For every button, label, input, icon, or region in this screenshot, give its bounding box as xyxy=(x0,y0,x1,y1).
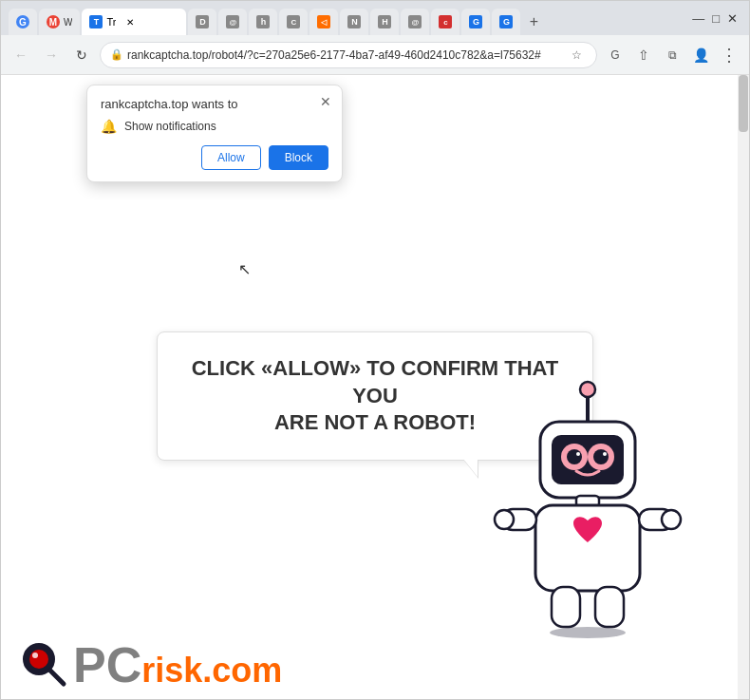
tab-gb1[interactable]: G xyxy=(461,9,490,35)
pc-text: PC xyxy=(73,640,141,690)
page-content: ✕ rankcaptcha.top wants to 🔔 Show notifi… xyxy=(1,75,749,699)
svg-point-8 xyxy=(576,452,580,456)
refresh-button[interactable]: ↻ xyxy=(69,43,94,67)
favicon-h: h xyxy=(256,15,270,28)
maximize-button[interactable]: □ xyxy=(712,11,720,26)
popup-notification-row: 🔔 Show notifications xyxy=(101,119,328,134)
favicon-gb2: G xyxy=(499,15,513,28)
tab-at[interactable]: @ xyxy=(218,9,247,35)
svg-point-15 xyxy=(662,510,681,529)
tab-mw[interactable]: M W xyxy=(39,9,80,35)
window-controls: — □ ✕ xyxy=(681,1,749,35)
svg-point-6 xyxy=(567,449,582,464)
new-tab-button[interactable]: + xyxy=(522,10,545,33)
url-bar[interactable]: 🔒 rankcaptcha.top/robot4/?c=270a25e6-217… xyxy=(100,42,597,68)
bookmark-icon[interactable]: ☆ xyxy=(566,45,587,66)
block-button[interactable]: Block xyxy=(269,145,328,170)
tab-h[interactable]: h xyxy=(249,9,277,35)
lock-icon: 🔒 xyxy=(110,48,123,61)
browser-window: G M W T Tr ✕ D @ h C ◁ xyxy=(0,0,750,700)
close-button[interactable]: ✕ xyxy=(727,11,738,26)
favicon-tri: ◁ xyxy=(317,15,330,28)
tab-d[interactable]: D xyxy=(188,9,216,35)
svg-point-7 xyxy=(593,449,609,464)
address-bar: ← → ↻ 🔒 rankcaptcha.top/robot4/?c=270a25… xyxy=(1,35,749,75)
svg-rect-11 xyxy=(535,505,640,591)
favicon-gb1: G xyxy=(469,15,482,28)
favicon-m: M xyxy=(47,15,60,28)
svg-point-20 xyxy=(29,650,48,669)
menu-icon[interactable]: ⋮ xyxy=(717,43,741,67)
svg-line-22 xyxy=(50,671,64,684)
scrollbar[interactable] xyxy=(738,75,749,699)
main-text-line2: ARE NOT A ROBOT! xyxy=(274,410,476,434)
browser-actions: G ⇧ ⧉ 👤 ⋮ xyxy=(603,43,741,67)
notification-popup: ✕ rankcaptcha.top wants to 🔔 Show notifi… xyxy=(86,85,343,182)
favicon-active: T xyxy=(89,15,103,28)
svg-point-9 xyxy=(603,452,607,456)
popup-notification-text: Show notifications xyxy=(124,120,216,133)
favicon-at2: @ xyxy=(408,15,422,28)
tab-n[interactable]: N xyxy=(340,9,368,35)
favicon-at: @ xyxy=(226,15,239,28)
chrome-top-bar: G M W T Tr ✕ D @ h C ◁ xyxy=(1,1,749,35)
svg-rect-17 xyxy=(595,587,624,627)
scrollbar-thumb[interactable] xyxy=(739,75,748,132)
tab-gb2[interactable]: G xyxy=(492,9,520,35)
profile-icon[interactable]: 👤 xyxy=(688,43,713,67)
url-text: rankcaptcha.top/robot4/?c=270a25e6-2177-… xyxy=(127,48,562,62)
tab-at2[interactable]: @ xyxy=(401,9,429,35)
robot-illustration xyxy=(483,376,692,642)
risk-text: risk.com xyxy=(141,653,282,688)
tab-h3[interactable]: H xyxy=(370,9,399,35)
forward-button[interactable]: → xyxy=(39,43,64,67)
tab-active-label: Tr xyxy=(106,16,116,28)
extension-google-icon[interactable]: G xyxy=(603,43,628,67)
tab-c[interactable]: C xyxy=(279,9,308,35)
pcrisk-icon xyxy=(20,640,69,690)
favicon-g: G xyxy=(16,15,29,28)
pcrisk-text: PCrisk.com xyxy=(73,640,282,690)
share-icon[interactable]: ⇧ xyxy=(631,43,656,67)
tab-google[interactable]: G xyxy=(9,9,37,35)
url-actions: ☆ xyxy=(566,45,587,66)
svg-rect-16 xyxy=(552,587,580,627)
favicon-c: C xyxy=(287,15,300,28)
svg-point-18 xyxy=(550,627,626,638)
favicon-d: D xyxy=(196,15,209,28)
favicon-h3: H xyxy=(378,15,391,28)
svg-point-21 xyxy=(32,653,38,658)
tab-cr[interactable]: c xyxy=(431,9,459,35)
back-button[interactable]: ← xyxy=(9,43,33,67)
tabs-area: G M W T Tr ✕ D @ h C ◁ xyxy=(1,1,681,35)
robot-svg xyxy=(483,376,692,642)
favicon-n: N xyxy=(347,15,361,28)
tab-active-close[interactable]: ✕ xyxy=(123,15,137,28)
svg-point-1 xyxy=(580,382,595,397)
bell-icon: 🔔 xyxy=(101,119,117,134)
tab-active[interactable]: T Tr ✕ xyxy=(82,9,186,35)
popup-title: rankcaptcha.top wants to xyxy=(101,97,328,111)
popup-close-button[interactable]: ✕ xyxy=(317,93,334,110)
cursor-indicator: ↖ xyxy=(238,260,251,278)
tab-tri[interactable]: ◁ xyxy=(309,9,338,35)
minimize-button[interactable]: — xyxy=(692,11,704,26)
chrome-extensions-icon[interactable]: ⧉ xyxy=(660,43,684,67)
favicon-cr: c xyxy=(439,15,452,28)
tab-mw-label: W xyxy=(64,17,72,28)
pcrisk-logo: PCrisk.com xyxy=(20,640,282,690)
popup-buttons: Allow Block xyxy=(101,145,328,170)
allow-button[interactable]: Allow xyxy=(201,145,261,170)
svg-point-13 xyxy=(495,510,514,529)
